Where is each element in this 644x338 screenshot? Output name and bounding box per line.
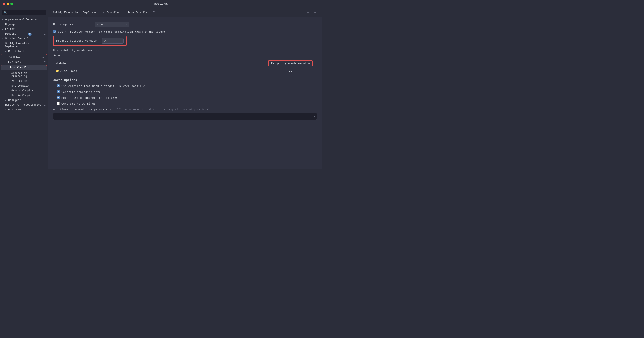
pin-icon: ☰ — [42, 56, 44, 58]
no-warnings-checkbox[interactable] — [57, 102, 60, 105]
target-bytecode-header-box: Target bytecode version — [268, 60, 313, 66]
pin-icon: ☰ — [44, 50, 46, 53]
col-module-header: Module — [53, 59, 264, 68]
search-icon: 🔍 — [4, 11, 7, 14]
window-title: Settings — [154, 2, 168, 6]
cmd-params-row: Additional command line parameters: ('/'… — [53, 108, 317, 111]
spacer: ▶ — [2, 33, 4, 35]
sidebar-item-kotlin-compiler[interactable]: Kotlin Compiler — [0, 93, 48, 98]
bytecode-select-wrapper[interactable]: 8 11 17 21 — [102, 38, 124, 44]
release-option-checkbox[interactable] — [53, 30, 56, 33]
sidebar-item-remote-jar[interactable]: Remote Jar Repositories ☰ — [0, 103, 48, 108]
sidebar-item-rmi-compiler[interactable]: RMI Compiler — [0, 84, 48, 88]
add-module-button[interactable]: + — [53, 54, 56, 57]
chevron-right-icon: ▶ — [2, 18, 4, 21]
nav-back-button[interactable]: ← — [306, 10, 311, 15]
pin-icon: ☰ — [44, 38, 46, 40]
chevron-right-icon: ▶ — [2, 38, 4, 40]
content-area: Build, Execution, Deployment › Compiler … — [48, 8, 322, 169]
remove-module-button[interactable]: − — [58, 54, 60, 57]
sidebar-item-label: Groovy Compiler — [11, 89, 35, 92]
chevron-right-icon: ▶ — [2, 28, 4, 30]
sidebar-item-excludes[interactable]: Excludes ☰ — [0, 60, 48, 65]
sidebar-item-label: Deployment — [8, 108, 24, 111]
sidebar-item-java-compiler[interactable]: Java Compiler ☰ — [1, 65, 47, 70]
pin-icon: ☰ — [44, 104, 46, 106]
sidebar-item-debugger[interactable]: ▶ Debugger — [0, 98, 48, 103]
sidebar-item-label: Build Tools — [8, 50, 26, 53]
sidebar-item-label: Excludes — [8, 61, 21, 64]
minimize-button[interactable] — [6, 2, 9, 5]
compiler-select-wrapper[interactable]: Javac Eclipse Ajc — [94, 22, 130, 27]
sidebar-item-keymap[interactable]: Keymap — [0, 22, 48, 27]
javac-options-title: Javac Options — [53, 78, 317, 82]
cmd-params-input[interactable] — [53, 113, 317, 120]
module-table: Module Target bytecode version 📁 — [53, 59, 317, 74]
cmd-input-wrapper[interactable]: ⤢ — [53, 113, 317, 120]
sidebar-item-label: Validation — [11, 80, 27, 82]
col-target-header: Target bytecode version — [264, 59, 317, 68]
sidebar-item-deployment[interactable]: ▶ Deployment ☰ — [0, 108, 48, 112]
use-module-target-label[interactable]: Use compiler from module target JDK when… — [62, 84, 145, 88]
content-body: Use compiler: Javac Eclipse Ajc Use '--r… — [48, 17, 322, 124]
pin-icon: ☰ — [42, 66, 44, 69]
breadcrumb-icon: ☰ — [152, 11, 155, 14]
chevron-down-icon: ▾ — [2, 44, 4, 46]
content-header: Build, Execution, Deployment › Compiler … — [48, 8, 322, 17]
module-name: 📁 JDK21-demo — [56, 69, 77, 72]
sidebar-item-validation[interactable]: Validation — [0, 79, 48, 84]
sidebar-item-label: Compiler — [9, 55, 22, 58]
plugins-badge: 3 — [28, 33, 32, 36]
compiler-select[interactable]: Javac Eclipse Ajc — [94, 22, 130, 27]
cmd-params-hint: ('/' recommended in paths for cross-plat… — [115, 108, 210, 111]
sidebar-item-version-control[interactable]: ▶ Version Control ☰ — [0, 36, 48, 41]
breadcrumb: Build, Execution, Deployment › Compiler … — [52, 11, 155, 14]
search-input[interactable] — [8, 11, 44, 14]
maximize-button[interactable] — [10, 2, 13, 5]
bytecode-version-box: Project bytecode version: 8 11 17 21 — [53, 36, 126, 46]
per-module-label: Per-module bytecode version: — [53, 49, 317, 52]
chevron-down-icon: ▾ — [6, 56, 8, 58]
sidebar-item-build-tools[interactable]: ▶ Build Tools ☰ — [0, 49, 48, 54]
add-remove-row: + − — [53, 54, 317, 57]
javac-option-row-1: Generate debugging info — [53, 90, 317, 94]
sidebar-item-annotation-processing[interactable]: Annotation Processing ☰ — [0, 71, 48, 79]
sidebar-item-label: Build, Execution, Deployment — [5, 42, 46, 48]
sidebar-item-label: Java Compiler — [9, 66, 30, 69]
no-warnings-label[interactable]: Generate no warnings — [62, 102, 96, 105]
target-version-cell: 21 — [264, 68, 317, 74]
bytecode-select[interactable]: 8 11 17 21 — [102, 38, 124, 44]
report-deprecated-checkbox[interactable] — [57, 96, 60, 99]
generate-debug-label[interactable]: Generate debugging info — [62, 90, 101, 94]
sidebar-item-build-exec[interactable]: ▾ Build, Execution, Deployment — [0, 41, 48, 49]
breadcrumb-part1: Build, Execution, Deployment — [52, 11, 100, 14]
close-button[interactable] — [2, 2, 5, 5]
javac-option-row-2: Report use of deprecated features — [53, 96, 317, 99]
sidebar-item-plugins[interactable]: ▶ Plugins 3 ☰ — [0, 32, 48, 36]
use-module-target-checkbox[interactable] — [57, 84, 60, 88]
sidebar-item-label: Keymap — [5, 23, 14, 26]
pin-icon: ☰ — [44, 74, 46, 76]
sidebar-item-compiler[interactable]: ▾ Compiler ☰ — [1, 54, 47, 60]
pin-icon: ☰ — [44, 108, 46, 111]
release-option-label[interactable]: Use '--release' option for cross-compila… — [58, 30, 165, 33]
cmd-params-label: Additional command line parameters: — [53, 108, 113, 111]
sidebar: 🔍 ▶ Appearance & Behavior Keymap ▶ Edito… — [0, 8, 48, 169]
release-option-row: Use '--release' option for cross-compila… — [53, 30, 317, 33]
sidebar-item-label: Editor — [5, 28, 14, 31]
sidebar-item-label: RMI Compiler — [11, 84, 30, 88]
generate-debug-checkbox[interactable] — [57, 90, 60, 93]
sidebar-item-label: Plugins — [5, 32, 16, 36]
report-deprecated-label[interactable]: Report use of deprecated features — [62, 96, 118, 99]
search-bar[interactable]: 🔍 — [2, 10, 46, 16]
sidebar-item-appearance[interactable]: ▶ Appearance & Behavior — [0, 17, 48, 22]
nav-arrows: ← → — [306, 10, 318, 15]
sidebar-item-label: Appearance & Behavior — [5, 18, 38, 21]
folder-icon: 📁 — [56, 69, 59, 72]
nav-forward-button[interactable]: → — [312, 10, 318, 15]
expand-icon: ⤢ — [314, 115, 316, 118]
sidebar-item-editor[interactable]: ▶ Editor — [0, 27, 48, 32]
bytecode-label: Project bytecode version: — [56, 39, 99, 42]
sidebar-item-groovy-compiler[interactable]: Groovy Compiler — [0, 88, 48, 93]
chevron-right-icon: ▶ — [5, 50, 8, 53]
